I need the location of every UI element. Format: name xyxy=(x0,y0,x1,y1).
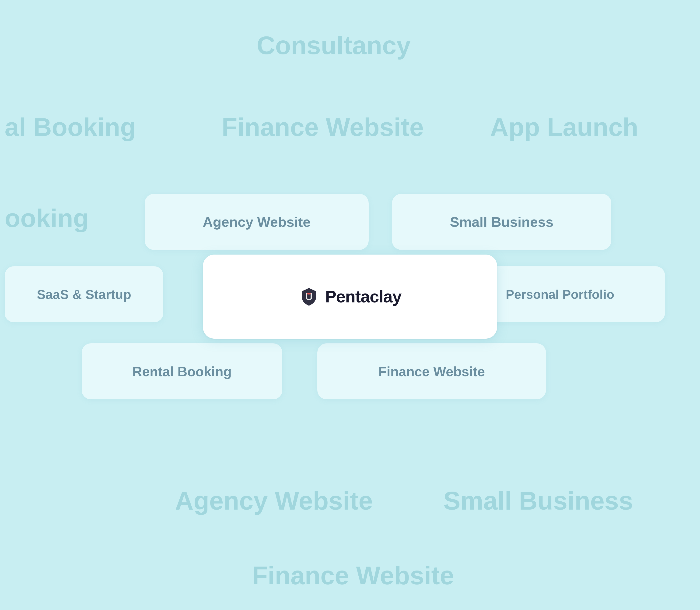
card-saas-startup[interactable]: SaaS & Startup xyxy=(5,266,163,322)
card-agency-website[interactable]: Agency Website xyxy=(145,194,369,250)
logo-brand-name: Pentaclay xyxy=(325,287,401,306)
main-scene: Consultancy Finance Website App Launch a… xyxy=(0,0,700,610)
card-personal-portfolio-label: Personal Portfolio xyxy=(506,287,614,302)
bg-label-consultancy: Consultancy xyxy=(257,30,411,60)
bg-label-app-launch: App Launch xyxy=(490,112,638,142)
card-rental-booking-label: Rental Booking xyxy=(132,364,232,379)
svg-rect-0 xyxy=(307,293,311,294)
pentaclay-logo-card[interactable]: Pentaclay xyxy=(203,255,497,339)
card-saas-startup-label: SaaS & Startup xyxy=(37,287,131,302)
card-small-business[interactable]: Small Business xyxy=(392,194,611,250)
logo-container: Pentaclay xyxy=(298,286,401,307)
card-rental-booking[interactable]: Rental Booking xyxy=(82,343,282,399)
bg-label-finance-bottom: Finance Website xyxy=(252,561,454,590)
bg-label-booking-partial1: al Booking xyxy=(5,112,136,142)
card-finance-website-label: Finance Website xyxy=(379,364,485,379)
card-finance-website[interactable]: Finance Website xyxy=(317,343,546,399)
card-agency-website-label: Agency Website xyxy=(203,214,311,230)
card-small-business-label: Small Business xyxy=(450,214,553,230)
bg-label-small-biz-bottom: Small Business xyxy=(443,486,633,515)
bg-label-booking-partial2: ooking xyxy=(5,203,89,233)
pentaclay-shield-icon xyxy=(298,286,319,307)
bg-label-finance-top: Finance Website xyxy=(222,112,424,142)
bg-label-agency-bottom: Agency Website xyxy=(175,486,373,515)
